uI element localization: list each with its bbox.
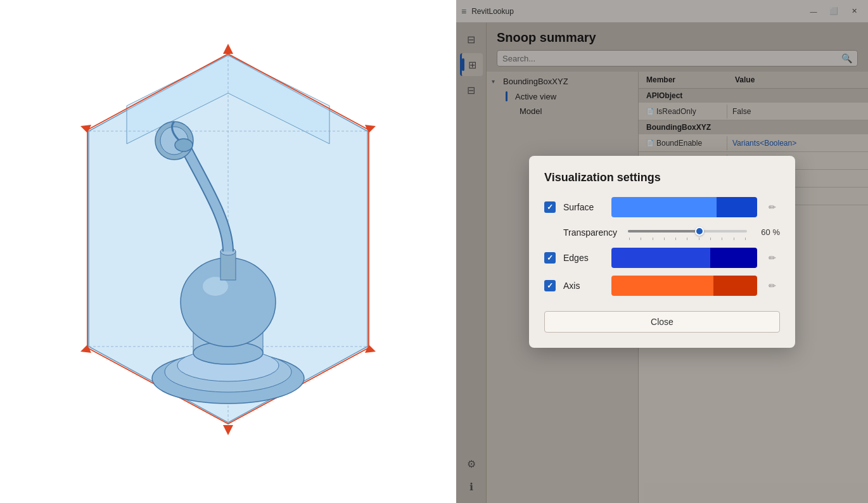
3d-scene: [13, 17, 444, 486]
modal-footer: Close: [544, 311, 780, 333]
surface-label: Surface: [563, 202, 604, 212]
slider-tick: [687, 238, 687, 240]
surface-color-gradient: [611, 197, 757, 217]
svg-rect-20: [220, 251, 236, 280]
surface-row: ✓ Surface ✏: [544, 197, 780, 217]
slider-tick: [710, 238, 711, 240]
close-button[interactable]: Close: [544, 311, 780, 333]
slider-tick: [653, 238, 653, 240]
edges-row: ✓ Edges ✏: [544, 248, 780, 268]
axis-row: ✓ Axis ✏: [544, 276, 780, 296]
svg-marker-6: [223, 44, 233, 54]
slider-tick: [629, 238, 630, 240]
svg-point-24: [175, 139, 193, 151]
slider-tick: [722, 238, 722, 240]
edges-edit-icon[interactable]: ✏: [765, 250, 780, 265]
axis-color-gradient: [611, 276, 757, 296]
slider-tick: [745, 238, 746, 240]
modal-title: Visualization settings: [544, 171, 780, 184]
visualization-settings-modal: Visualization settings ✓ Surface ✏ Trans…: [529, 156, 795, 348]
axis-label: Axis: [563, 281, 604, 291]
surface-checkbox[interactable]: ✓: [544, 201, 556, 213]
checkmark-icon: ✓: [547, 253, 553, 262]
surface-color-bar[interactable]: [611, 197, 757, 217]
axis-edit-icon[interactable]: ✏: [765, 278, 780, 293]
axis-color-bar[interactable]: [611, 276, 757, 296]
transparency-value: 60 %: [755, 227, 780, 237]
slider-fill: [628, 230, 699, 232]
edges-color-gradient: [611, 248, 757, 268]
edges-checkbox[interactable]: ✓: [544, 252, 556, 264]
axis-checkbox[interactable]: ✓: [544, 280, 556, 291]
slider-tick: [664, 238, 665, 240]
3d-viewport: [0, 0, 456, 503]
surface-edit-icon[interactable]: ✏: [765, 200, 780, 215]
svg-marker-9: [223, 425, 233, 435]
checkmark-icon: ✓: [547, 281, 553, 290]
slider-track: [628, 230, 747, 232]
edges-color-bar[interactable]: [611, 248, 757, 268]
right-panel: ≡ RevitLookup — ⬜ ✕ ⊟ ⊞ ⊟ ⚙: [456, 0, 868, 503]
transparency-slider[interactable]: [628, 225, 747, 240]
slider-tick: [699, 238, 699, 240]
slider-tick: [641, 238, 641, 240]
edges-label: Edges: [563, 253, 604, 263]
slider-tick: [734, 238, 734, 240]
transparency-label: Transparency: [563, 227, 620, 238]
modal-overlay: Visualization settings ✓ Surface ✏ Trans…: [456, 0, 868, 503]
slider-tick: [675, 238, 676, 240]
slider-thumb[interactable]: [695, 227, 704, 236]
checkmark-icon: ✓: [547, 203, 553, 212]
transparency-row: Transparency: [544, 225, 780, 240]
